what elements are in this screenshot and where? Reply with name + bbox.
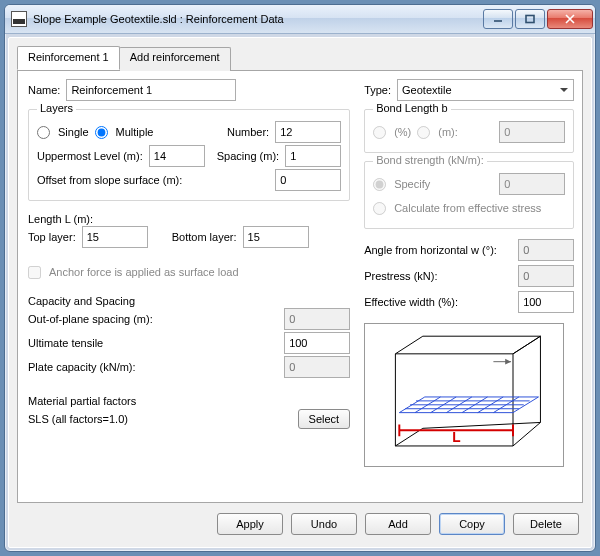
effwidth-label: Effective width (%): — [364, 296, 458, 308]
angle-input — [518, 239, 574, 261]
offset-input[interactable] — [275, 169, 341, 191]
panel: Name: Layers Single Multiple Number: Upp… — [17, 71, 583, 503]
number-input[interactable] — [275, 121, 341, 143]
group-bond-strength: Bond strength (kN/m): Specify Calculate … — [364, 161, 574, 229]
copy-button[interactable]: Copy — [439, 513, 505, 535]
undo-button[interactable]: Undo — [291, 513, 357, 535]
bottom-layer-input[interactable] — [243, 226, 309, 248]
specify-input — [499, 173, 565, 195]
chevron-down-icon — [557, 83, 571, 97]
group-bond-length: Bond Length b (%) (m): — [364, 109, 574, 153]
diagram: L — [364, 323, 564, 467]
maximize-button[interactable] — [515, 9, 545, 29]
minimize-button[interactable] — [483, 9, 513, 29]
tab-label: Add reinforcement — [130, 51, 220, 63]
radio-single[interactable]: Single — [37, 126, 89, 139]
radio-specify: Specify — [373, 178, 430, 191]
group-length: Length L (m): Top layer: Bottom layer: — [28, 209, 350, 253]
angle-label: Angle from horizontal w (°): — [364, 244, 497, 256]
radio-calculate: Calculate from effective stress — [373, 202, 541, 215]
diagram-L-label: L — [452, 430, 460, 445]
footer: Apply Undo Add Copy Delete — [17, 503, 583, 541]
bond-m-label: (m): — [438, 126, 458, 138]
tab-reinforcement-1[interactable]: Reinforcement 1 — [17, 46, 120, 70]
apply-button[interactable]: Apply — [217, 513, 283, 535]
titlebar[interactable]: Slope Example Geotextile.sld : Reinforce… — [5, 5, 595, 34]
ult-label: Ultimate tensile — [28, 337, 103, 349]
plate-input — [284, 356, 350, 378]
calc-label: Calculate from effective stress — [394, 202, 541, 214]
specify-label: Specify — [394, 178, 430, 190]
length-legend: Length L (m): — [28, 213, 350, 225]
uppermost-input[interactable] — [149, 145, 205, 167]
svg-rect-0 — [526, 16, 534, 23]
radio-bond-m: (m): — [417, 126, 458, 139]
bond-strength-legend: Bond strength (kN/m): — [373, 154, 487, 166]
top-layer-input[interactable] — [82, 226, 148, 248]
offset-label: Offset from slope surface (m): — [37, 174, 182, 186]
type-label: Type: — [364, 84, 391, 96]
window-title: Slope Example Geotextile.sld : Reinforce… — [33, 13, 483, 25]
app-icon — [11, 11, 27, 27]
ult-input[interactable] — [284, 332, 350, 354]
bond-length-legend: Bond Length b — [373, 102, 451, 114]
select-button[interactable]: Select — [298, 409, 351, 429]
radio-multiple[interactable]: Multiple — [95, 126, 154, 139]
name-input[interactable] — [66, 79, 236, 101]
legend-layers: Layers — [37, 102, 76, 114]
effwidth-input[interactable] — [518, 291, 574, 313]
name-label: Name: — [28, 84, 60, 96]
prestress-input — [518, 265, 574, 287]
tab-label: Reinforcement 1 — [28, 51, 109, 63]
prestress-label: Prestress (kN): — [364, 270, 437, 282]
spacing-label: Spacing (m): — [217, 150, 279, 162]
spacing-input[interactable] — [285, 145, 341, 167]
top-layer-label: Top layer: — [28, 231, 76, 243]
radio-single-label: Single — [58, 126, 89, 138]
bond-value-input — [499, 121, 565, 143]
close-button[interactable] — [547, 9, 593, 29]
anchor-force-checkbox: Anchor force is applied as surface load — [28, 266, 239, 279]
bottom-layer-label: Bottom layer: — [172, 231, 237, 243]
delete-button[interactable]: Delete — [513, 513, 579, 535]
add-button[interactable]: Add — [365, 513, 431, 535]
radio-multiple-label: Multiple — [116, 126, 154, 138]
type-value: Geotextile — [402, 84, 452, 96]
anchor-force-label: Anchor force is applied as surface load — [49, 266, 239, 278]
bond-pct-label: (%) — [394, 126, 411, 138]
group-capacity: Capacity and Spacing Out-of-plane spacin… — [28, 291, 350, 383]
type-select[interactable]: Geotextile — [397, 79, 574, 101]
radio-bond-pct: (%) — [373, 126, 411, 139]
tab-add-reinforcement[interactable]: Add reinforcement — [119, 47, 231, 71]
material-legend: Material partial factors — [28, 395, 350, 407]
oop-input — [284, 308, 350, 330]
group-layers: Layers Single Multiple Number: Uppermost… — [28, 109, 350, 201]
plate-label: Plate capacity (kN/m): — [28, 361, 136, 373]
capacity-legend: Capacity and Spacing — [28, 295, 350, 307]
sls-label: SLS (all factors=1.0) — [28, 413, 128, 425]
svg-marker-1 — [505, 359, 511, 365]
uppermost-label: Uppermost Level (m): — [37, 150, 143, 162]
oop-label: Out-of-plane spacing (m): — [28, 313, 153, 325]
number-label: Number: — [227, 126, 269, 138]
group-material: Material partial factors SLS (all factor… — [28, 391, 350, 435]
